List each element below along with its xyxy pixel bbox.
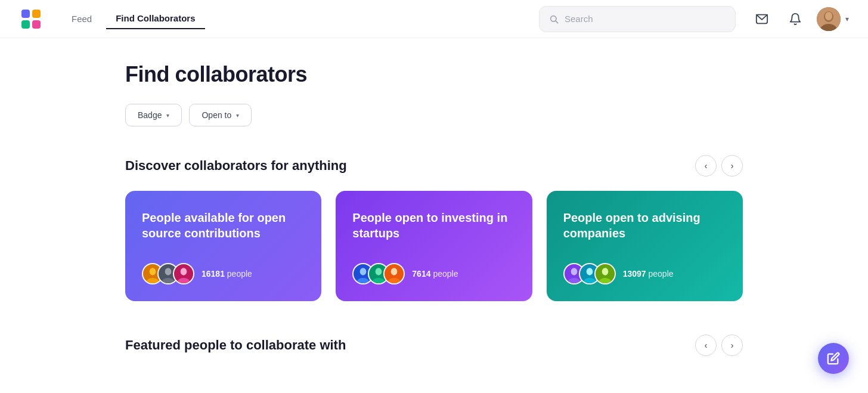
svg-point-22 [360, 268, 367, 275]
card-open-source-avatars [142, 263, 194, 284]
nav-find-collaborators[interactable]: Find Collaborators [106, 8, 204, 29]
card-investing-count: 7614 people [412, 269, 458, 278]
svg-point-11 [825, 12, 832, 20]
badge-filter[interactable]: Badge ▾ [125, 104, 182, 126]
card-investing-avatars [352, 263, 405, 284]
svg-point-34 [586, 268, 593, 275]
featured-prev-button[interactable]: ‹ [695, 335, 717, 356]
logo[interactable] [19, 7, 43, 31]
svg-point-13 [150, 268, 156, 275]
avatar-3 [173, 263, 194, 284]
open-to-filter-chevron: ▾ [236, 112, 239, 119]
card-advising-count: 13097 people [623, 269, 674, 278]
svg-rect-4 [32, 20, 41, 29]
svg-rect-1 [21, 10, 30, 18]
svg-point-25 [376, 268, 382, 275]
cards-grid: People available for open source contrib… [125, 191, 743, 301]
svg-line-6 [556, 21, 558, 23]
discover-nav-arrows: ‹ › [695, 155, 743, 177]
compose-fab-button[interactable] [818, 343, 849, 374]
card-open-source[interactable]: People available for open source contrib… [125, 191, 321, 301]
card-advising-title: People open to advising companies [563, 210, 726, 241]
svg-point-19 [181, 268, 187, 275]
chevron-down-icon: ▾ [845, 15, 849, 23]
svg-rect-2 [32, 10, 41, 18]
card-investing[interactable]: People open to investing in startups [336, 191, 532, 301]
search-icon [549, 14, 559, 24]
nav-feed[interactable]: Feed [62, 9, 101, 29]
svg-rect-3 [21, 20, 30, 29]
avatar-9 [594, 263, 616, 284]
card-advising[interactable]: People open to advising companies [547, 191, 743, 301]
svg-point-31 [571, 268, 577, 275]
featured-section-header: Featured people to collaborate with ‹ › [125, 335, 743, 356]
avatar-6 [383, 263, 405, 284]
svg-point-28 [391, 268, 398, 275]
search-input[interactable] [565, 14, 726, 24]
badge-filter-label: Badge [138, 110, 162, 120]
notifications-button[interactable] [783, 7, 807, 31]
featured-section: Featured people to collaborate with ‹ › [125, 335, 743, 356]
discover-section-header: Discover collaborators for anything ‹ › [125, 155, 743, 177]
svg-point-16 [165, 268, 172, 275]
discover-section: Discover collaborators for anything ‹ › … [125, 155, 743, 301]
mail-button[interactable] [750, 7, 774, 31]
main-nav: Feed Find Collaborators [62, 8, 205, 29]
card-investing-footer: 7614 people [352, 263, 515, 284]
discover-section-title: Discover collaborators for anything [125, 158, 347, 174]
featured-section-title: Featured people to collaborate with [125, 338, 346, 353]
card-open-source-title: People available for open source contrib… [142, 210, 305, 241]
svg-point-37 [602, 268, 608, 275]
card-open-source-count: 16181 people [202, 269, 252, 278]
user-avatar-wrap[interactable]: ▾ [817, 7, 849, 31]
open-to-filter[interactable]: Open to ▾ [189, 104, 252, 126]
featured-nav-arrows: ‹ › [695, 335, 743, 356]
filters-bar: Badge ▾ Open to ▾ [125, 104, 743, 126]
avatar [817, 7, 841, 31]
open-to-filter-label: Open to [202, 110, 231, 120]
card-open-source-footer: 16181 people [142, 263, 305, 284]
card-investing-title: People open to investing in startups [352, 210, 515, 241]
discover-prev-button[interactable]: ‹ [695, 155, 717, 177]
card-advising-avatars [563, 263, 616, 284]
discover-next-button[interactable]: › [721, 155, 743, 177]
main-content: Find collaborators Badge ▾ Open to ▾ Dis… [106, 38, 762, 393]
featured-next-button[interactable]: › [721, 335, 743, 356]
search-bar [539, 6, 736, 32]
header: Feed Find Collaborators [0, 0, 868, 38]
header-actions: ▾ [750, 7, 849, 31]
card-advising-footer: 13097 people [563, 263, 726, 284]
page-title: Find collaborators [125, 62, 743, 87]
badge-filter-chevron: ▾ [166, 112, 169, 119]
